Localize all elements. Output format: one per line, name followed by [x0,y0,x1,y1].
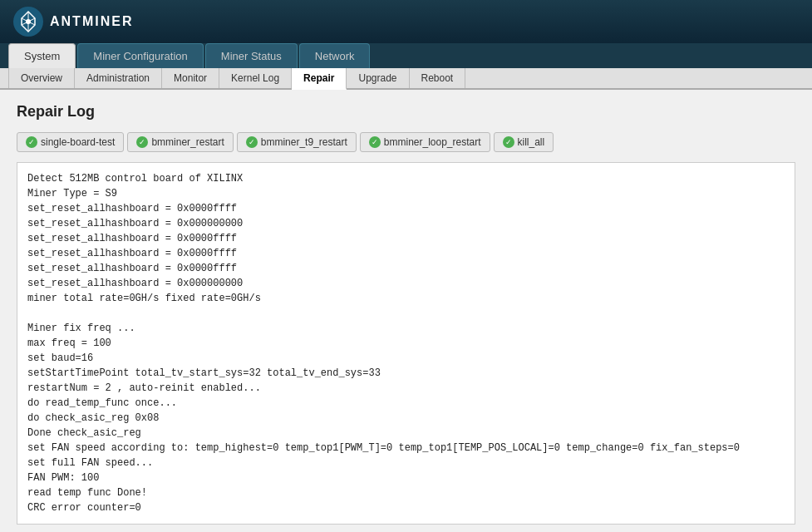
kill-all-icon [503,136,514,148]
subtab-upgrade[interactable]: Upgrade [347,68,409,88]
subtab-reboot[interactable]: Reboot [410,68,466,88]
bmminer-restart-label: bmminer_restart [151,136,224,148]
header: ANTMINER [0,0,812,43]
antminer-logo-icon [13,7,43,37]
kill-all-button[interactable]: kill_all [494,132,554,152]
bmminer-loop-restart-button[interactable]: bmminer_loop_restart [360,132,490,152]
bmminer-restart-icon [136,136,148,148]
single-board-test-icon [26,136,37,148]
bmminer-t9-restart-label: bmminer_t9_restart [261,136,347,148]
single-board-test-button[interactable]: single-board-test [17,132,124,152]
subtab-kernel-log[interactable]: Kernel Log [219,68,292,88]
main-tabs: System Miner Configuration Miner Status … [0,43,812,68]
bmminer-loop-restart-icon [369,136,381,148]
svg-point-5 [26,19,31,24]
tab-system[interactable]: System [8,43,76,68]
subtab-overview[interactable]: Overview [8,68,75,88]
bmminer-t9-restart-button[interactable]: bmminer_t9_restart [237,132,357,152]
tab-miner-configuration[interactable]: Miner Configuration [77,43,203,68]
logo-area: ANTMINER [13,7,133,37]
subtab-repair[interactable]: Repair [292,68,347,90]
page-title: Repair Log [17,103,795,121]
bmminer-restart-button[interactable]: bmminer_restart [127,132,233,152]
tab-miner-status[interactable]: Miner Status [205,43,298,68]
single-board-test-label: single-board-test [41,136,115,148]
action-buttons: single-board-test bmminer_restart bmmine… [17,132,795,152]
bmminer-t9-restart-icon [246,136,258,148]
content-area: Repair Log single-board-test bmminer_res… [0,90,812,532]
logo-text: ANTMINER [50,14,133,29]
subtab-monitor[interactable]: Monitor [162,68,219,88]
log-output: Detect 512MB control board of XILINX Min… [17,162,795,525]
kill-all-label: kill_all [518,136,545,148]
sub-tabs: Overview Administration Monitor Kernel L… [0,68,812,90]
tab-network[interactable]: Network [299,43,371,68]
bmminer-loop-restart-label: bmminer_loop_restart [384,136,481,148]
subtab-administration[interactable]: Administration [75,68,162,88]
